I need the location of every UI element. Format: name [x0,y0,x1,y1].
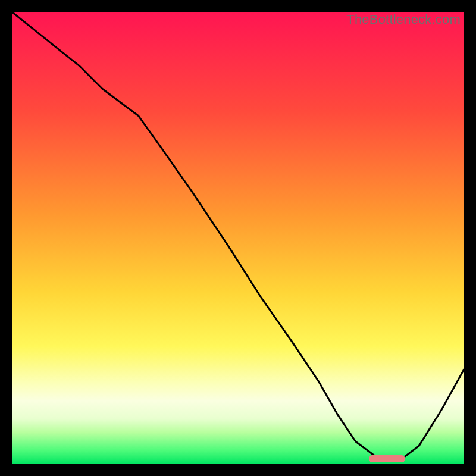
chart-frame: TheBottleneck.com [0,0,476,476]
plot-area: TheBottleneck.com [12,12,464,464]
watermark-text: TheBottleneck.com [346,12,461,27]
bottleneck-curve [12,12,464,464]
optimal-range-marker [369,455,405,462]
